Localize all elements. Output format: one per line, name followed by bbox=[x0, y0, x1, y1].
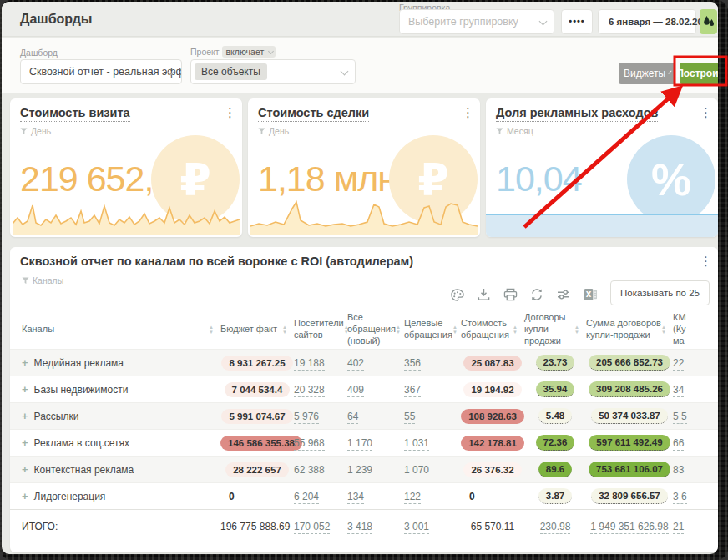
col-header-target-leads[interactable]: Целевые обращения bbox=[404, 318, 461, 341]
col-header-channel[interactable]: Каналы bbox=[10, 324, 220, 335]
widgets-button[interactable]: Виджеты bbox=[619, 63, 675, 84]
build-button[interactable]: Построить bbox=[680, 63, 718, 84]
target-leads-link[interactable]: 356 bbox=[404, 357, 421, 371]
deals-link[interactable]: 5.48 bbox=[538, 408, 572, 424]
sort-icon[interactable] bbox=[513, 325, 518, 335]
expand-row-icon[interactable] bbox=[22, 436, 28, 449]
deals-link[interactable]: 3.87 bbox=[538, 488, 572, 504]
deals-sum-link[interactable]: 597 611 492.49 bbox=[589, 435, 670, 451]
sort-icon[interactable] bbox=[574, 325, 579, 335]
visitors-link[interactable]: 20 328 bbox=[294, 384, 325, 397]
all-leads-link[interactable]: 1 239 bbox=[347, 464, 372, 477]
visitors-link[interactable]: 55 968 bbox=[294, 437, 325, 451]
palette-icon[interactable] bbox=[449, 287, 464, 302]
km-link[interactable]: 66 bbox=[673, 437, 684, 451]
deals-sum-link[interactable]: 205 666 852.73 bbox=[589, 355, 670, 371]
total-visitors-link[interactable]: 170 052 bbox=[294, 521, 330, 534]
grouping-select[interactable]: Выберите группировку bbox=[399, 9, 554, 34]
km-link[interactable]: 3 6 bbox=[673, 491, 687, 504]
channel-name: Медийная реклама bbox=[34, 357, 124, 369]
sort-icon[interactable] bbox=[396, 325, 401, 335]
more-options-button[interactable]: •••• bbox=[561, 9, 593, 34]
all-leads-link[interactable]: 402 bbox=[347, 357, 364, 371]
visitors-link[interactable]: 5 976 bbox=[294, 411, 319, 424]
print-icon[interactable] bbox=[503, 287, 518, 302]
expand-row-icon[interactable] bbox=[22, 410, 28, 422]
deals-sum-link[interactable]: 753 681 106.07 bbox=[589, 462, 670, 477]
svg-text:X: X bbox=[585, 290, 591, 299]
channel-name: Лидогенерация bbox=[34, 491, 106, 502]
sort-icon[interactable] bbox=[282, 325, 287, 335]
col-header-deals-sum[interactable]: Сумма договоров купли-продажи bbox=[586, 318, 673, 341]
km-link[interactable]: 22 bbox=[673, 357, 684, 371]
all-leads-link[interactable]: 409 bbox=[347, 384, 364, 397]
kpi-value: 1,18 млн bbox=[258, 159, 397, 199]
deals-link[interactable]: 72.36 bbox=[536, 435, 575, 451]
percent-icon: % bbox=[627, 135, 715, 224]
km-link[interactable]: 5 5 bbox=[673, 411, 687, 424]
expand-row-icon[interactable] bbox=[22, 356, 28, 369]
budget-value: 5 991 074.67 bbox=[221, 409, 292, 424]
target-leads-link[interactable]: 1 031 bbox=[404, 437, 429, 451]
col-header-km[interactable]: КМ (Ку ма bbox=[673, 312, 718, 346]
visitors-link[interactable]: 6 204 bbox=[294, 491, 319, 504]
download-icon[interactable] bbox=[476, 287, 491, 302]
kpi-title[interactable]: Доля рекламных расходов bbox=[496, 106, 658, 122]
sort-icon[interactable] bbox=[209, 325, 214, 335]
expand-row-icon[interactable] bbox=[22, 490, 28, 502]
date-range-button[interactable]: 6 января — 28.02.2025 bbox=[598, 9, 696, 34]
col-header-visitors[interactable]: Посетители сайтов bbox=[294, 318, 347, 341]
page-title: Дашборды bbox=[20, 2, 92, 37]
table-row: Реклама в соц.сетях 146 586 355.38 55 96… bbox=[10, 429, 718, 456]
kebab-menu-icon[interactable] bbox=[462, 105, 473, 120]
kpi-title[interactable]: Стоимость визита bbox=[20, 106, 130, 122]
col-header-lead-cost[interactable]: Стоимость обращения bbox=[461, 318, 524, 341]
col-header-all-leads[interactable]: Все обращения (новый) bbox=[347, 312, 404, 346]
project-objects-select[interactable]: Все объекты bbox=[190, 59, 356, 84]
refresh-icon[interactable] bbox=[529, 287, 544, 302]
col-header-deals[interactable]: Договоры купли- продажи bbox=[524, 312, 586, 346]
sort-icon[interactable] bbox=[452, 325, 458, 335]
sort-icon[interactable] bbox=[661, 325, 666, 335]
tune-icon[interactable] bbox=[556, 287, 571, 302]
deals-sum-link[interactable]: 309 208 485.26 bbox=[589, 381, 670, 397]
sparkline-chart bbox=[13, 197, 240, 235]
deals-link[interactable]: 23.73 bbox=[536, 355, 575, 371]
dashboard-select[interactable]: Сквозной отчет - реальная эффек... bbox=[20, 59, 182, 84]
expand-row-icon[interactable] bbox=[22, 383, 28, 396]
total-km-link[interactable]: 21 bbox=[673, 521, 684, 534]
kebab-menu-icon[interactable] bbox=[700, 254, 711, 269]
report-title[interactable]: Сквозной отчет по каналам по всей воронк… bbox=[20, 255, 413, 270]
deals-link[interactable]: 35.94 bbox=[536, 381, 575, 397]
total-target-leads-link[interactable]: 3 001 bbox=[404, 521, 429, 534]
target-leads-link[interactable]: 55 bbox=[404, 411, 415, 424]
target-leads-link[interactable]: 122 bbox=[404, 491, 421, 504]
total-deals-link[interactable]: 230.98 bbox=[540, 521, 571, 534]
target-leads-link[interactable]: 1 070 bbox=[404, 464, 429, 477]
target-leads-link[interactable]: 367 bbox=[404, 384, 421, 397]
total-deals-sum-link[interactable]: 1 949 351 626.98 bbox=[590, 521, 668, 534]
kpi-card-ad-share: Доля рекламных расходов Месяц 10,04 % bbox=[486, 98, 718, 237]
col-header-budget[interactable]: Бюджет факт bbox=[220, 324, 294, 335]
total-all-leads-link[interactable]: 3 418 bbox=[347, 521, 372, 534]
all-leads-link[interactable]: 64 bbox=[347, 411, 358, 424]
kebab-menu-icon[interactable] bbox=[224, 105, 235, 120]
service-logo-button[interactable] bbox=[700, 9, 717, 34]
kpi-title[interactable]: Стоимость сделки bbox=[258, 106, 369, 122]
table-row: Лидогенерация 0 6 204 134 122 0 3.87 32 … bbox=[10, 482, 718, 509]
all-leads-link[interactable]: 1 170 bbox=[347, 437, 372, 451]
kebab-menu-icon[interactable] bbox=[700, 105, 711, 120]
app-window: Дашборды Группировка Выберите группировк… bbox=[2, 2, 718, 554]
all-leads-link[interactable]: 134 bbox=[347, 491, 364, 504]
expand-row-icon[interactable] bbox=[22, 463, 28, 476]
deals-sum-link[interactable]: 50 374 033.87 bbox=[591, 408, 668, 424]
excel-icon[interactable]: X bbox=[583, 287, 598, 302]
visitors-link[interactable]: 62 388 bbox=[294, 464, 325, 477]
visitors-link[interactable]: 19 188 bbox=[294, 357, 325, 371]
deals-sum-link[interactable]: 32 809 656.57 bbox=[591, 488, 668, 504]
km-link[interactable]: 83 bbox=[673, 464, 684, 477]
project-operator-select[interactable]: включает bbox=[222, 46, 276, 58]
page-size-button[interactable]: Показывать по 25 bbox=[610, 280, 710, 305]
deals-link[interactable]: 89.6 bbox=[538, 462, 572, 477]
km-link[interactable]: 34 bbox=[673, 384, 684, 397]
